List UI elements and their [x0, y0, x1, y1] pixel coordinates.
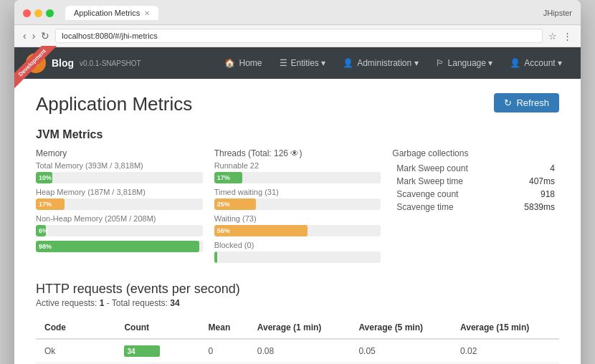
timed-waiting-bar-container: 25% — [214, 198, 381, 210]
reload-button[interactable]: ↻ — [41, 30, 49, 42]
timed-waiting-bar: 25% — [214, 198, 256, 210]
threads-column: Threads (Total: 126 👁) Runnable 22 17% T… — [214, 148, 381, 267]
heap-memory-bar-container: 17% — [36, 198, 203, 210]
address-bar[interactable] — [55, 29, 543, 43]
row-ok-count: 34 — [115, 339, 199, 363]
gc-row-3: Scavenge count 918 — [394, 188, 558, 200]
memory-column: Memory Total Memory (393M / 3,818M) 10% … — [36, 148, 203, 267]
gc-row-1: Mark Sweep count 4 — [394, 163, 558, 174]
active-requests: 1 — [100, 298, 105, 308]
row-ok-code: Ok — [36, 339, 115, 363]
gc-row-2-name: Mark Sweep time — [394, 176, 504, 187]
maximize-button[interactable] — [46, 9, 54, 17]
close-button[interactable] — [23, 9, 31, 17]
account-icon: 👤 — [510, 58, 520, 68]
runnable-bar-container: 17% — [214, 172, 381, 183]
language-icon: 🏳 — [436, 58, 444, 68]
requests-table: Code Count Mean Average (1 min) Average … — [36, 317, 559, 364]
col-code: Code — [36, 317, 115, 339]
main-content: Application Metrics ↻ Refresh JVM Metric… — [14, 79, 581, 364]
thread-blocked: Blocked (0) — [214, 241, 381, 263]
runnable-bar: 17% — [214, 172, 243, 183]
refresh-icon: ↻ — [504, 97, 512, 108]
forward-button[interactable]: › — [32, 30, 36, 42]
browser-titlebar: Application Metrics ✕ JHipster — [14, 0, 581, 25]
refresh-button[interactable]: ↻ Refresh — [494, 93, 559, 112]
blocked-bar-container — [214, 252, 381, 263]
table-header-row: Code Count Mean Average (1 min) Average … — [36, 317, 559, 339]
col-count: Count — [115, 317, 199, 339]
brand-version: v0.0.1-SNAPSHOT — [80, 59, 141, 67]
waiting-bar-container: 56% — [214, 225, 381, 236]
nav-entities[interactable]: ☰ Entities ▾ — [272, 54, 333, 72]
browser-user: JHipster — [543, 9, 572, 17]
entities-icon: ☰ — [280, 58, 287, 68]
blocked-label: Blocked (0) — [214, 241, 381, 249]
timed-waiting-label: Timed waiting (31) — [214, 188, 381, 196]
waiting-bar: 56% — [214, 225, 308, 236]
ok-count-bar: 34 — [124, 345, 191, 357]
thread-timed-waiting: Timed waiting (31) 25% — [214, 188, 381, 210]
col-mean: Mean — [200, 317, 249, 339]
nav-administration[interactable]: 👤 Administration ▾ — [335, 54, 425, 72]
non-heap-memory-label: Non-Heap Memory (205M / 208M) — [36, 214, 203, 223]
table-row: Ok 34 0 0.08 0.05 0.02 — [36, 339, 559, 363]
non-heap-bar1: 6% — [36, 225, 46, 236]
brand-name: Blog — [52, 57, 74, 69]
window-controls — [23, 9, 54, 17]
nav-admin-label: Administration ▾ — [357, 58, 418, 68]
browser-window: Application Metrics ✕ JHipster ‹ › ↻ ☆ ⋮… — [14, 0, 581, 364]
admin-icon: 👤 — [343, 58, 353, 68]
nav-home-label: Home — [239, 58, 262, 68]
http-section: HTTP requests (events per second) Active… — [36, 282, 559, 364]
row-ok-avg5: 0.05 — [350, 339, 452, 363]
tab-close-icon[interactable]: ✕ — [144, 9, 150, 17]
total-memory-bar-container: 10% — [36, 172, 203, 183]
row-ok-avg1: 0.08 — [249, 339, 351, 363]
col-avg1: Average (1 min) — [249, 317, 351, 339]
browser-addressbar: ‹ › ↻ ☆ ⋮ — [14, 25, 581, 47]
total-memory-bar: 10% — [36, 172, 52, 183]
gc-table: Mark Sweep count 4 Mark Sweep time 407ms… — [392, 161, 559, 214]
browser-tab[interactable]: Application Metrics ✕ — [65, 6, 158, 20]
heap-memory-bar: 17% — [36, 198, 65, 210]
settings-icon[interactable]: ⋮ — [563, 31, 572, 42]
navbar-brand[interactable]: B Blog v0.0.1-SNAPSHOT — [26, 53, 141, 73]
heap-memory-label: Heap Memory (187M / 3,818M) — [36, 188, 203, 196]
app-navbar: B Blog v0.0.1-SNAPSHOT 🏠 Home ☰ Entities… — [14, 47, 581, 79]
non-heap-bar2: 98% — [36, 241, 199, 252]
nav-home[interactable]: 🏠 Home — [217, 54, 269, 72]
gc-row-2: Mark Sweep time 407ms — [394, 176, 558, 187]
bookmark-icon[interactable]: ☆ — [548, 31, 557, 42]
gc-row-4: Scavenge time 5839ms — [394, 201, 558, 213]
gc-row-4-value: 5839ms — [505, 201, 558, 213]
row-ok-avg15: 0.02 — [452, 339, 559, 363]
tab-title: Application Metrics — [74, 9, 140, 17]
thread-runnable: Runnable 22 17% — [214, 161, 381, 183]
jvm-section-title: JVM Metrics — [36, 128, 559, 141]
minimize-button[interactable] — [34, 9, 42, 17]
gc-row-1-name: Mark Sweep count — [394, 163, 504, 174]
page-title: Application Metrics — [36, 93, 192, 115]
col-avg5: Average (5 min) — [350, 317, 452, 339]
ok-bar: 34 — [124, 345, 160, 357]
http-title: HTTP requests (events per second) — [36, 282, 559, 297]
gc-label: Garbage collections — [392, 148, 559, 158]
nav-language[interactable]: 🏳 Language ▾ — [429, 54, 500, 72]
gc-row-4-name: Scavenge time — [394, 201, 504, 213]
runnable-label: Runnable 22 — [214, 161, 381, 170]
nav-language-label: Language ▾ — [448, 58, 493, 68]
addressbar-icons: ☆ ⋮ — [548, 31, 572, 42]
refresh-label: Refresh — [516, 97, 549, 108]
back-button[interactable]: ‹ — [23, 30, 27, 42]
gc-row-2-value: 407ms — [505, 176, 558, 187]
gc-row-3-name: Scavenge count — [394, 188, 504, 200]
waiting-label: Waiting (73) — [214, 214, 381, 223]
threads-label: Threads (Total: 126 👁) — [214, 148, 381, 158]
nav-account[interactable]: 👤 Account ▾ — [503, 54, 569, 72]
gc-column: Garbage collections Mark Sweep count 4 M… — [392, 148, 559, 267]
jvm-grid: Memory Total Memory (393M / 3,818M) 10% … — [36, 148, 559, 267]
gc-row-3-value: 918 — [505, 188, 558, 200]
nav-entities-label: Entities ▾ — [291, 58, 326, 68]
navbar-nav: 🏠 Home ☰ Entities ▾ 👤 Administration ▾ 🏳… — [217, 54, 569, 72]
